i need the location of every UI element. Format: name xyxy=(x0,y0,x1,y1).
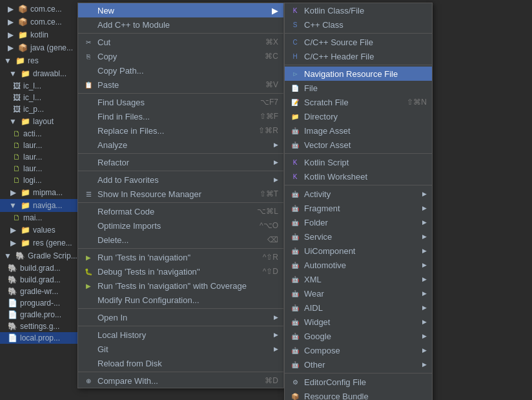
menu-item-reload[interactable]: Reload from Disk xyxy=(78,356,283,370)
menu-item-add-favorites[interactable]: Add to Favorites xyxy=(78,173,283,187)
menu-item-folder[interactable]: 🤖 Folder xyxy=(285,215,432,229)
menu-item-analyze[interactable]: Analyze xyxy=(78,138,283,152)
menu-item-nav-resource[interactable]: ⊳ Navigation Resource File xyxy=(285,67,432,81)
menu-item-wear[interactable]: 🤖 Wear xyxy=(285,286,432,300)
tree-item[interactable]: ▶ 📁 values xyxy=(0,224,84,237)
menu-item-local-history[interactable]: Local History xyxy=(78,328,283,342)
tree-item[interactable]: ▶ 📦 com.ce... xyxy=(0,16,84,28)
tree-item[interactable]: ▼ 📁 res xyxy=(0,54,84,67)
menu-item-modify-run[interactable]: Modify Run Configuration... xyxy=(78,293,283,307)
menu-item-new[interactable]: New ▶ xyxy=(78,3,283,17)
menu-label: C/C++ Source File xyxy=(304,37,427,47)
menu-item-kotlin-class[interactable]: K Kotlin Class/File xyxy=(285,3,432,17)
menu-item-other[interactable]: 🤖 Other xyxy=(285,357,432,372)
ui-component-icon: 🤖 xyxy=(290,246,300,256)
tree-item[interactable]: ▶ 📦 java (gene... xyxy=(0,41,84,54)
tree-item[interactable]: ▼ 📁 drawabl... xyxy=(0,67,84,80)
menu-item-image-asset[interactable]: 🤖 Image Asset xyxy=(285,123,432,138)
tree-item[interactable]: 🐘 build.grad... xyxy=(0,262,84,274)
tree-gradle[interactable]: ▼ 🐘 Gradle Scrip... xyxy=(0,249,84,262)
menu-item-compose[interactable]: 🤖 Compose xyxy=(285,343,432,357)
tree-item[interactable]: 🗋 laur... xyxy=(0,163,84,174)
menu-item-debug-tests[interactable]: 🐛 Debug 'Tests in 'navigation'' ^⇧D xyxy=(78,264,283,279)
tree-item[interactable]: 🖼 ic_p... xyxy=(0,103,84,115)
menu-item-cut[interactable]: ✂ Cut ⌘X xyxy=(78,35,283,49)
copy-icon: ⎘ xyxy=(83,51,94,61)
tree-item[interactable]: 🖼 ic_l... xyxy=(0,92,84,103)
menu-label: File xyxy=(304,83,427,93)
tree-item[interactable]: 🗋 laur... xyxy=(0,151,84,163)
menu-item-scratch-file[interactable]: 📝 Scratch File ⇧⌘N xyxy=(285,95,432,109)
tree-item[interactable]: 🗋 logi... xyxy=(0,174,84,186)
tree-item[interactable]: ▶ 📦 com.ce... xyxy=(0,3,84,16)
menu-item-activity[interactable]: 🤖 Activity xyxy=(285,187,432,201)
fragment-icon: 🤖 xyxy=(290,203,300,213)
menu-item-google[interactable]: 🤖 Google xyxy=(285,329,432,343)
tree-item[interactable]: ▼ 📁 layout xyxy=(0,115,84,128)
menu-item-copy[interactable]: ⎘ Copy ⌘C xyxy=(78,49,283,63)
separator xyxy=(78,153,283,154)
chevron-right-icon: ▶ xyxy=(5,4,15,14)
tree-item[interactable]: ▶ 📁 mipma... xyxy=(0,186,84,199)
tree-item[interactable]: 🗋 acti... xyxy=(0,128,84,140)
menu-item-compare[interactable]: ⊕ Compare With... ⌘D xyxy=(78,374,283,388)
chevron-down-icon: ▼ xyxy=(3,251,13,261)
tree-item[interactable]: 🗋 mai... xyxy=(0,212,84,224)
menu-item-replace-in-files[interactable]: Replace in Files... ⇧⌘R xyxy=(78,123,283,138)
menu-item-open-in[interactable]: Open In xyxy=(78,310,283,324)
menu-label: Wear xyxy=(304,289,422,299)
menu-label: Optimize Imports xyxy=(97,221,249,231)
menu-item-kotlin-worksheet[interactable]: K Kotlin Worksheet xyxy=(285,169,432,184)
menu-item-fragment[interactable]: 🤖 Fragment xyxy=(285,201,432,215)
menu-item-kotlin-script[interactable]: K Kotlin Script xyxy=(285,155,432,169)
menu-item-editorconfig[interactable]: ⚙ EditorConfig File xyxy=(285,375,432,389)
menu-item-xml[interactable]: 🤖 XML xyxy=(285,272,432,286)
menu-item-service[interactable]: 🤖 Service xyxy=(285,229,432,244)
menu-item-find-in-files[interactable]: Find in Files... ⇧⌘F xyxy=(78,109,283,123)
menu-label: Find in Files... xyxy=(97,112,249,121)
menu-item-reformat[interactable]: Reformat Code ⌥⌘L xyxy=(78,204,283,218)
tree-item[interactable]: 📄 gradle.pro... xyxy=(0,309,84,321)
tree-item[interactable]: 🐘 settings.g... xyxy=(0,321,84,332)
menu-label: Google xyxy=(304,332,422,341)
delete-icon xyxy=(83,235,94,245)
menu-item-aidl[interactable]: 🤖 AIDL xyxy=(285,300,432,315)
menu-item-ui-component[interactable]: 🤖 UiComponent xyxy=(285,244,432,258)
menu-item-directory[interactable]: 📁 Directory xyxy=(285,109,432,123)
menu-item-delete[interactable]: Delete... ⌫ xyxy=(78,233,283,247)
menu-label: Copy Path... xyxy=(97,66,278,76)
menu-item-run-tests[interactable]: ▶ Run 'Tests in 'navigation'' ^⇧R xyxy=(78,250,283,264)
menu-item-git[interactable]: Git xyxy=(78,342,283,356)
tree-item[interactable]: 📄 proguard-... xyxy=(0,297,84,309)
vector-asset-icon: 🤖 xyxy=(290,140,300,150)
tree-item[interactable]: 🐘 gradle-wr... xyxy=(0,286,84,297)
menu-item-paste[interactable]: 📋 Paste ⌘V xyxy=(78,78,283,92)
tree-item-local-prop[interactable]: 📄 local.prop... xyxy=(0,332,84,344)
tree-item[interactable]: ▶ 📁 res (gene... xyxy=(0,237,84,249)
separator xyxy=(78,202,283,203)
modify-run-icon xyxy=(83,295,94,305)
menu-item-cpp-class[interactable]: S C++ Class xyxy=(285,17,432,32)
menu-item-vector-asset[interactable]: 🤖 Vector Asset xyxy=(285,138,432,152)
tree-item[interactable]: 🗋 laur... xyxy=(0,140,84,151)
menu-item-refactor[interactable]: Refactor xyxy=(78,155,283,169)
menu-item-automotive[interactable]: 🤖 Automotive xyxy=(285,258,432,272)
menu-item-copy-path[interactable]: Copy Path... xyxy=(78,63,283,78)
menu-item-cpp-header[interactable]: H C/C++ Header File xyxy=(285,49,432,63)
menu-item-resource-bundle[interactable]: 📦 Resource Bundle xyxy=(285,389,432,400)
primary-context-menu: New ▶ Add C++ to Module ✂ Cut ⌘X ⎘ Copy … xyxy=(77,3,284,388)
menu-item-run-coverage[interactable]: ▶ Run 'Tests in 'navigation'' with Cover… xyxy=(78,279,283,293)
menu-item-optimize-imports[interactable]: Optimize Imports ^⌥O xyxy=(78,218,283,233)
menu-item-file[interactable]: 📄 File xyxy=(285,81,432,95)
replace-icon xyxy=(83,125,94,136)
menu-item-add-cpp[interactable]: Add C++ to Module xyxy=(78,17,283,32)
menu-item-show-resource-manager[interactable]: ☰ Show In Resource Manager ⇧⌘T xyxy=(78,187,283,201)
menu-item-find-usages[interactable]: Find Usages ⌥F7 xyxy=(78,95,283,109)
tree-item-navigation[interactable]: ▼ 📁 naviga... xyxy=(0,199,84,212)
tree-item[interactable]: 🐘 build.grad... xyxy=(0,274,84,286)
menu-item-cpp-source[interactable]: C C/C++ Source File xyxy=(285,35,432,49)
tree-item[interactable]: 🖼 ic_l... xyxy=(0,80,84,92)
shortcut: ⌥⌘L xyxy=(257,207,278,216)
menu-item-widget[interactable]: 🤖 Widget xyxy=(285,315,432,329)
tree-item[interactable]: ▶ 📁 kotlin xyxy=(0,28,84,41)
